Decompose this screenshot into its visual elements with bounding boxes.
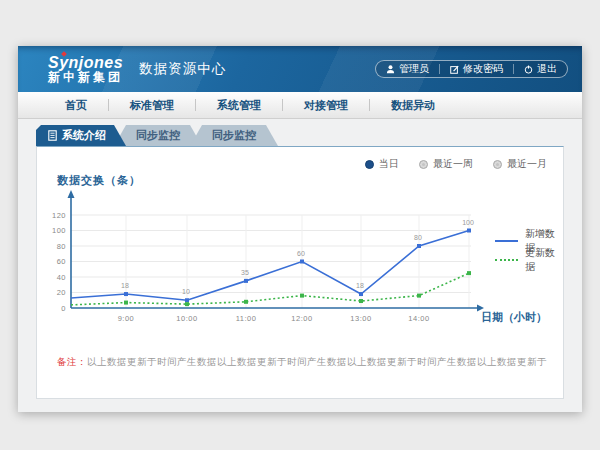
nav-item-data-change[interactable]: 数据异动 <box>370 98 456 113</box>
tab-label: 同步监控 <box>136 129 180 141</box>
svg-text:40: 40 <box>57 273 66 282</box>
logout-button[interactable]: 退出 <box>514 61 567 77</box>
user-menu: 管理员 修改密码 退出 <box>375 60 568 78</box>
radio-last-week[interactable]: 最近一周 <box>419 157 473 171</box>
svg-text:13:00: 13:00 <box>350 314 371 323</box>
logout-label: 退出 <box>537 62 557 76</box>
svg-text:0: 0 <box>61 304 66 313</box>
svg-text:18: 18 <box>356 282 364 289</box>
footnote-label: 备注： <box>57 356 87 367</box>
svg-text:60: 60 <box>297 250 305 257</box>
radio-unselected-icon <box>419 160 428 169</box>
radio-last-week-label: 最近一周 <box>433 157 473 171</box>
app-header: Synjones 新中新集团 数据资源中心 管理员 <box>18 46 582 92</box>
svg-text:10: 10 <box>182 288 190 295</box>
svg-text:35: 35 <box>241 269 249 276</box>
legend-label: 更新数据 <box>525 246 563 274</box>
tab-label: 同步监控 <box>212 129 256 141</box>
nav-item-standard-mgmt[interactable]: 标准管理 <box>109 98 195 113</box>
nav-item-system-mgmt[interactable]: 系统管理 <box>196 98 282 113</box>
footnote-text: 以上数据更新于时间产生数据以上数据更新于时间产生数据以上数据更新于时间产生数据以… <box>87 356 547 367</box>
radio-today-label: 当日 <box>379 157 399 171</box>
svg-text:9:00: 9:00 <box>118 314 135 323</box>
chart-legend: 新增数据 更新数据 <box>495 231 563 269</box>
x-axis-title: 日期（小时） <box>481 310 547 325</box>
svg-text:120: 120 <box>52 211 66 220</box>
user-label: 管理员 <box>399 62 429 76</box>
brand-name: Synjones <box>48 55 123 70</box>
nav-item-interface-mgmt[interactable]: 对接管理 <box>283 98 369 113</box>
radio-unselected-icon <box>493 160 502 169</box>
radio-last-month-label: 最近一月 <box>507 157 547 171</box>
radio-selected-icon <box>365 160 374 169</box>
legend-item-update-data: 更新数据 <box>495 250 563 269</box>
legend-line-dotted-icon <box>495 259 518 261</box>
current-user-button[interactable]: 管理员 <box>376 61 439 77</box>
app-window: Synjones 新中新集团 数据资源中心 管理员 <box>18 46 582 412</box>
svg-text:100: 100 <box>462 219 474 226</box>
footnote: 备注：以上数据更新于时间产生数据以上数据更新于时间产生数据以上数据更新于时间产生… <box>57 356 547 369</box>
svg-text:80: 80 <box>57 242 66 251</box>
change-password-label: 修改密码 <box>463 62 503 76</box>
brand-company: 新中新集团 <box>48 70 123 84</box>
svg-text:60: 60 <box>57 257 66 266</box>
svg-text:18: 18 <box>121 282 129 289</box>
tab-system-intro[interactable]: 系统介绍 <box>36 125 126 146</box>
power-icon <box>524 65 533 74</box>
tab-label: 系统介绍 <box>62 125 106 146</box>
svg-text:20: 20 <box>57 288 66 297</box>
page-title: 数据资源中心 <box>139 60 226 78</box>
desktop-background: Synjones 新中新集团 数据资源中心 管理员 <box>0 0 600 450</box>
svg-text:14:00: 14:00 <box>408 314 429 323</box>
svg-text:10:00: 10:00 <box>176 314 197 323</box>
tab-bar: 系统介绍 同步监控 同步监控 <box>36 125 278 146</box>
tab-sync-monitor-2[interactable]: 同步监控 <box>190 125 278 146</box>
legend-line-solid-icon <box>495 240 518 242</box>
tab-sync-monitor-1[interactable]: 同步监控 <box>114 125 202 146</box>
main-nav: 首页 标准管理 系统管理 对接管理 数据异动 <box>18 92 582 119</box>
line-chart: 0204060801001209:0010:0011:0012:0013:001… <box>47 172 557 332</box>
document-icon <box>48 130 57 141</box>
time-range-filter: 当日 最近一周 最近一月 <box>365 157 547 171</box>
radio-last-month[interactable]: 最近一月 <box>493 157 547 171</box>
svg-text:100: 100 <box>52 226 66 235</box>
nav-item-home[interactable]: 首页 <box>44 98 108 113</box>
brand-logo[interactable]: Synjones 新中新集团 <box>48 55 123 84</box>
radio-today[interactable]: 当日 <box>365 157 399 171</box>
change-password-button[interactable]: 修改密码 <box>440 61 513 77</box>
user-icon <box>386 64 395 74</box>
edit-icon <box>450 65 459 74</box>
y-axis-title: 数据交换（条） <box>57 173 141 188</box>
svg-text:11:00: 11:00 <box>236 314 257 323</box>
svg-text:80: 80 <box>414 234 422 241</box>
svg-text:12:00: 12:00 <box>291 314 312 323</box>
chart-panel: 当日 最近一周 最近一月 数据交换（条） 日期（小时） 020406080100… <box>36 146 564 399</box>
content-area: 系统介绍 同步监控 同步监控 当日 最近一周 <box>18 119 582 412</box>
